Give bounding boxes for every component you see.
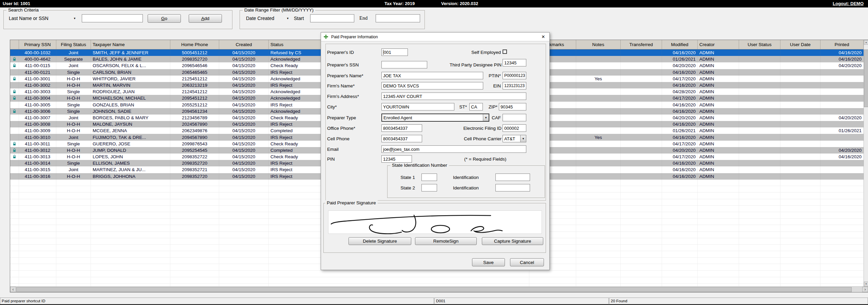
search-field-dropdown-icon[interactable]: ▼ [73,17,76,20]
cell-transferred [621,147,662,154]
column-header-transferred[interactable]: Transferred [621,40,662,49]
tax-year-text: Tax Year: 2019 [384,1,415,6]
search-field-selector-label[interactable]: Last Name or SSN [9,16,49,21]
city-input[interactable]: YOURTOWN [381,103,454,110]
column-header-ssn[interactable]: Primary SSN [19,40,56,49]
column-header-taxpayer_name[interactable]: Taxpayer Name [91,40,170,49]
third-party-pin-input[interactable]: 12345 [503,59,526,66]
add-button[interactable]: Add [189,14,222,23]
cell-user_date [780,95,820,101]
cell-creator: ADMIN [698,108,739,115]
column-header-created[interactable]: Created [219,40,269,49]
cell-ssn: 411-00-0115 [19,62,56,69]
cell-transferred [621,95,662,101]
cell-modified: 04/16/2020 [662,134,698,140]
logout-link[interactable]: Logout: DEMO [833,1,864,6]
vertical-scroll-thumb[interactable] [864,49,868,107]
capture-signature-button[interactable]: Capture Signature [482,237,543,245]
column-header-user_status[interactable]: User Status [739,40,780,49]
cell-user_status [739,160,780,166]
cell-home_phone: 2125451212 [170,76,219,82]
cell-transferred [621,56,662,62]
efin-input[interactable]: 000002 [503,124,526,132]
cell-user_date [780,62,820,69]
self-employed-checkbox[interactable] [503,49,507,54]
preparers-ssn-input[interactable] [381,61,427,68]
title-bar: User Id: 1001 Tax Year: 2019 Version: 20… [0,0,868,7]
row-icon-gutter [10,160,19,166]
firms-name-input[interactable]: DEMO TAX SVCS [381,82,483,89]
cell-phone-input[interactable]: 8003454337 [381,135,422,142]
cell-taxpayer_name: CARLSON, BRIAN [91,69,170,76]
cell-ssn: 400-00-4642 [19,56,56,62]
vertical-scrollbar[interactable]: ▲ ▼ [864,40,868,286]
date-field-dropdown-icon[interactable]: ▼ [286,17,289,20]
chevron-down-icon[interactable]: ▾ [520,135,526,142]
pin-input[interactable]: 12345 [381,155,412,163]
ptin-label: PTIN* [485,73,501,78]
date-field-selector-label[interactable]: Date Created [246,16,274,21]
preparer-type-select[interactable]: Enrolled Agent ▾ [381,114,489,122]
column-header-filing_status[interactable]: Filing Status [56,40,91,49]
firms-address-input[interactable]: 12345 ANY COURT [381,93,526,100]
cell-home_phone: 5005451212 [170,49,219,56]
column-header-user_date[interactable]: User Date [780,40,820,49]
search-input[interactable] [82,14,143,22]
state2-input[interactable] [421,184,437,191]
column-header-home_phone[interactable]: Home Phone [170,40,219,49]
office-phone-input[interactable]: 8003454337 [381,124,422,132]
cell-user_date [780,82,820,88]
scroll-down-icon[interactable]: ▼ [864,282,868,286]
scroll-left-icon[interactable]: ‹ [10,287,16,292]
cancel-button[interactable]: Cancel [510,258,544,266]
office-phone-label: Office Phone* [327,126,355,131]
cell-created: 04/15/2020 [219,102,269,108]
ein-input[interactable]: 123123123 [503,82,526,89]
preparers-id-input[interactable]: 001 [381,48,408,56]
email-input[interactable]: joe@joes_tax.com [381,145,526,153]
state1-input[interactable] [421,174,437,181]
column-header-modified[interactable]: Modified [662,40,698,49]
dialog-title-bar[interactable]: Paid Preparer Information ✕ [321,33,549,41]
cell-created: 04/15/2020 [219,160,269,166]
caf-input[interactable] [503,114,526,121]
cell-home_phone: 2065465465 [170,69,219,76]
cell-notes [576,69,621,76]
identification1-input[interactable] [495,174,530,181]
column-header-creator[interactable]: Creator [698,40,739,49]
scroll-right-icon[interactable]: › [862,287,868,292]
empty-row [10,271,864,277]
identification1-label: Identification [453,175,479,180]
start-date-input[interactable] [310,14,354,22]
st-input[interactable]: CA [469,103,483,110]
cell-taxpayer_name: ELLISON, JAMES [91,160,170,166]
cell-created: 04/15/2020 [219,49,269,56]
save-button[interactable]: Save [472,258,505,266]
scroll-up-icon[interactable]: ▲ [864,40,868,45]
column-header-printed[interactable]: Printed [820,40,864,49]
zip-input[interactable]: 90345 [499,103,526,110]
cell-home_phone: 2096546546 [170,62,219,69]
delete-signature-button[interactable]: Delete Signature [348,237,411,245]
cell-modified: 04/16/2020 [662,108,698,115]
row-icon-gutter [10,166,19,173]
horizontal-scrollbar[interactable]: ‹ › [10,286,868,292]
cell-taxpayer_name: BORGES, PABLO & MARY [91,115,170,121]
horizontal-scroll-thumb[interactable] [16,287,852,292]
go-button[interactable]: Go [148,14,181,23]
column-header-notes[interactable]: Notes [576,40,621,49]
email-label: Email [327,147,339,152]
cell-home_phone: 2094567890 [170,134,219,140]
cell-created: 04/15/2020 [219,88,269,95]
preparers-name-input[interactable]: JOE TAX [381,72,483,79]
cell-user_status [739,62,780,69]
cell-filing_status: H-O-H [56,154,91,160]
end-date-input[interactable] [376,14,420,22]
remote-sign-button[interactable]: RemoteSign [415,237,477,245]
identification2-input[interactable] [495,184,530,191]
carrier-select[interactable]: AT&T ▾ [503,135,526,142]
identification2-label: Identification [453,185,479,190]
cell-created: 04/15/2020 [219,69,269,76]
close-icon[interactable]: ✕ [540,34,547,40]
ptin-input[interactable]: P00000123 [503,72,526,79]
